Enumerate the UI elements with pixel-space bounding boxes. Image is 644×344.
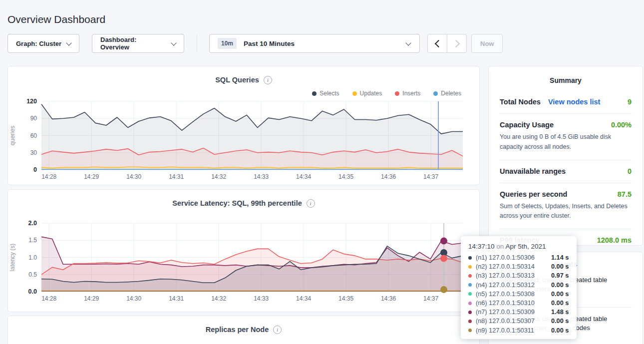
svg-text:14:33: 14:33 [254,173,269,180]
summary-panel: Summary Total NodesView nodes list9Capac… [488,66,643,246]
svg-text:14:36: 14:36 [381,295,396,302]
svg-text:14:29: 14:29 [84,173,99,180]
sql-queries-chart[interactable]: 14:2814:2914:3014:3114:3214:3314:3414:35… [8,97,480,183]
legend-item-selects[interactable]: Selects [312,90,339,97]
tooltip-node-row: (n9) 127.0.0.1:503110.00 s [468,326,569,335]
svg-text:queries: queries [9,126,16,145]
summary-value: 9 [628,98,632,106]
tooltip-node-row: (n8) 127.0.0.1:503070.00 s [468,317,569,326]
info-icon[interactable]: i [264,76,272,84]
node-color-dot-icon [468,311,472,314]
summary-row: Queries per second87.5Sum of Selects, Up… [500,183,632,229]
legend-label: Deletes [441,90,461,97]
chevron-right-icon [452,39,460,47]
tooltip-node-row: (n1) 127.0.0.1:503061.14 s [468,253,569,262]
node-color-dot-icon [468,302,472,305]
node-color-dot-icon [468,292,472,296]
svg-text:0.0: 0.0 [28,288,37,295]
now-button[interactable]: Now [471,34,503,53]
summary-label: Unavailable ranges [500,167,566,175]
prev-time-button[interactable] [428,34,447,52]
chevron-down-icon [66,40,71,45]
page-title: Overview Dashboard [7,13,105,25]
svg-text:60: 60 [30,132,37,139]
svg-text:14:32: 14:32 [211,295,226,302]
tooltip-node-row: (n3) 127.0.0.1:503130.97 s [468,271,569,280]
chart-title: Replicas per Node [206,326,269,334]
divider [197,34,197,52]
svg-text:14:31: 14:31 [169,173,184,180]
node-color-dot-icon [468,265,472,269]
chart-title: Service Latency: SQL, 99th percentile [172,199,302,207]
svg-text:1.0: 1.0 [28,254,37,261]
tooltip-node-label: (n3) 127.0.0.1:50313 [476,272,551,279]
svg-text:14:28: 14:28 [41,173,56,180]
svg-text:14:34: 14:34 [296,295,311,302]
tooltip-node-label: (n8) 127.0.0.1:50307 [476,318,551,325]
svg-text:0.5: 0.5 [28,271,37,278]
tooltip-node-value: 0.00 s [551,263,569,270]
summary-row-main: Queries per second87.5 [500,190,632,198]
node-color-dot-icon [468,283,472,287]
service-latency-panel: Service Latency: SQL, 99th percentile i … [7,189,480,312]
summary-header: Summary [489,66,643,91]
legend-item-inserts[interactable]: Inserts [395,90,420,97]
svg-text:14:37: 14:37 [423,173,438,180]
service-latency-chart[interactable]: 14:2814:2914:3014:3114:3214:3314:3414:35… [8,219,480,305]
chart-hover-tooltip: 14:37:10 on Apr 5th, 2021 (n1) 127.0.0.1… [461,236,577,339]
chart-legend: SelectsUpdatesInsertsDeletes [8,89,479,97]
tooltip-node-label: (n6) 127.0.0.1:50310 [476,300,551,307]
legend-item-deletes[interactable]: Deletes [433,90,461,97]
graph-dropdown[interactable]: Graph: Cluster [7,34,79,53]
info-icon[interactable]: i [273,326,282,334]
replicas-per-node-panel: Replicas per Node i [7,316,480,344]
summary-label: Queries per second [500,190,567,198]
tooltip-timestamp: 14:37:10 on Apr 5th, 2021 [468,243,569,250]
svg-text:90: 90 [30,115,37,122]
svg-text:14:30: 14:30 [126,173,141,180]
legend-label: Updates [360,90,382,97]
summary-row-main: Total NodesView nodes list9 [500,98,632,106]
sql-queries-panel: SQL Queries i SelectsUpdatesInsertsDelet… [7,66,480,185]
next-time-button[interactable] [447,34,466,52]
svg-text:14:28: 14:28 [41,295,56,302]
tooltip-node-value: 0.00 s [551,327,569,334]
tooltip-node-value: 0.97 s [551,272,569,279]
chart-title: SQL Queries [215,76,259,84]
view-nodes-link[interactable]: View nodes list [548,98,601,106]
summary-description: You are using 0 B of 4.5 GiB usable disk… [500,132,632,152]
svg-text:latency (s): latency (s) [9,244,16,271]
tooltip-node-value: 0.00 s [551,300,569,307]
node-color-dot-icon [468,320,472,323]
summary-row-main: Unavailable ranges0 [500,167,632,175]
legend-dot-icon [395,91,399,96]
svg-text:14:30: 14:30 [126,295,141,302]
summary-label: Total Nodes [500,98,541,106]
legend-dot-icon [352,91,357,96]
svg-text:30: 30 [30,149,37,156]
legend-label: Inserts [402,90,420,97]
chevron-left-icon [434,39,442,47]
legend-dot-icon [312,91,317,96]
summary-description: Sum of Selects, Updates, Inserts, and De… [500,202,632,222]
tooltip-node-label: (n1) 127.0.0.1:50306 [476,254,551,261]
legend-item-updates[interactable]: Updates [352,90,382,97]
svg-text:14:36: 14:36 [381,173,396,180]
dashboard-dropdown-label: Dashboard: Overview [100,36,166,51]
svg-text:14:34: 14:34 [296,173,311,180]
svg-text:2.0: 2.0 [28,220,37,227]
tooltip-node-value: 1.14 s [551,254,569,261]
tooltip-node-label: (n4) 127.0.0.1:50312 [476,282,551,289]
svg-text:120: 120 [26,98,37,105]
chevron-down-icon [405,40,411,45]
svg-text:14:31: 14:31 [169,295,184,302]
info-icon[interactable]: i [307,199,315,208]
time-range-dropdown[interactable]: 10m Past 10 Minutes [209,34,420,53]
node-color-dot-icon [468,329,472,332]
svg-text:1.5: 1.5 [28,237,37,244]
tooltip-node-value: 0.00 s [551,318,569,325]
summary-value: 1208.0 ms [597,236,632,244]
node-color-dot-icon [468,274,472,278]
dashboard-dropdown[interactable]: Dashboard: Overview [92,34,184,53]
svg-text:14:37: 14:37 [423,295,438,302]
